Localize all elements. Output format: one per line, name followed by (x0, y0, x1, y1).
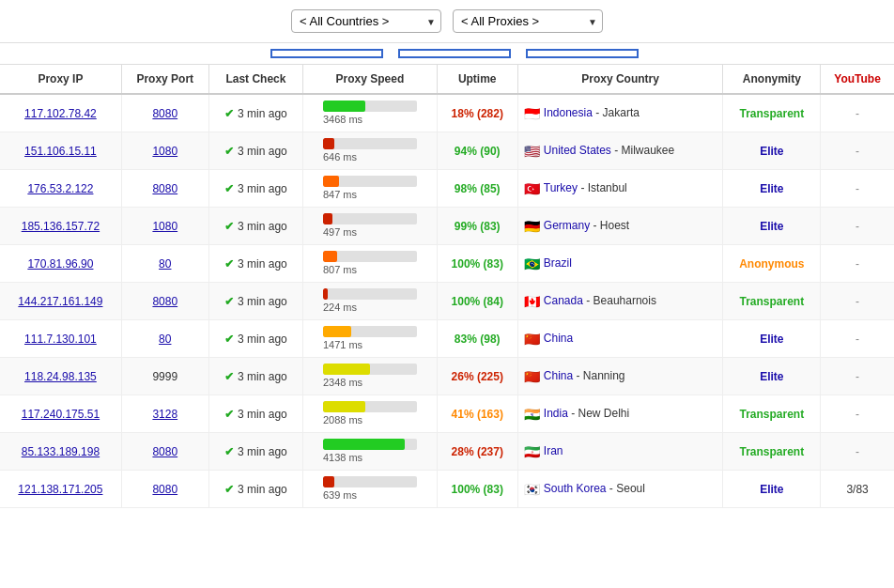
country-flag: 🇨🇳 (524, 332, 540, 347)
speed-bar-container: 2348 ms (323, 364, 417, 389)
check-time: 3 min ago (238, 445, 287, 458)
country-cell: 🇨🇳China - Nanning (517, 358, 723, 395)
ad-link-lan-network[interactable] (398, 49, 511, 58)
youtube-cell: 3/83 (821, 471, 894, 508)
speed-bar-track (323, 101, 417, 112)
col-header-proxy-port: Proxy Port (121, 65, 208, 94)
speed-bar-container: 4138 ms (323, 439, 417, 464)
speed-cell: 3468 ms (303, 94, 437, 132)
country-link[interactable]: South Korea (544, 482, 607, 495)
uptime-value: 99% (83) (455, 220, 501, 233)
proxy-ip-link[interactable]: 117.240.175.51 (22, 408, 100, 421)
countries-dropdown-wrapper[interactable]: < All Countries > ▼ (291, 9, 441, 33)
uptime-value: 18% (282) (452, 107, 503, 120)
table-row: 117.102.78.428080✔3 min ago 3468 ms 18% … (0, 94, 894, 132)
anonymity-value: Elite (760, 145, 783, 158)
proxy-port-link[interactable]: 1080 (152, 220, 177, 233)
youtube-cell: - (821, 245, 894, 283)
youtube-cell: - (821, 433, 894, 471)
country-link[interactable]: China (544, 369, 573, 382)
proxy-ip-link[interactable]: 151.106.15.11 (24, 145, 97, 158)
uptime-value: 26% (225) (452, 370, 503, 383)
country-link[interactable]: China (544, 332, 573, 345)
proxy-port-link[interactable]: 80 (159, 333, 171, 346)
youtube-cell: - (821, 170, 894, 208)
city-text: Jakarta (603, 106, 640, 119)
youtube-value: - (855, 445, 859, 458)
speed-bar-container: 2088 ms (323, 401, 417, 426)
uptime-value: 100% (84) (452, 295, 503, 308)
ad-link-open-proxy[interactable] (270, 49, 383, 58)
country-cell: 🇮🇩Indonesia - Jakarta (517, 94, 723, 132)
uptime-cell: 100% (83) (437, 245, 517, 283)
anonymity-cell: Elite (723, 320, 821, 358)
speed-ms: 2348 ms (323, 377, 362, 388)
youtube-value: - (855, 333, 859, 346)
proxy-port-cell: 1080 (121, 208, 208, 245)
table-row: 121.138.171.2058080✔3 min ago 639 ms 100… (0, 471, 894, 508)
col-header-proxy-country: Proxy Country (517, 65, 723, 94)
speed-bar-track (323, 138, 417, 149)
country-cell: 🇰🇷South Korea - Seoul (517, 471, 723, 508)
last-check-cell: ✔3 min ago (208, 358, 302, 395)
proxy-port-link[interactable]: 80 (159, 257, 171, 271)
col-header-proxy-ip: Proxy IP (0, 65, 121, 94)
ad-link-all-ip[interactable] (526, 49, 639, 58)
proxy-port-link[interactable]: 8080 (152, 483, 177, 496)
speed-cell: 807 ms (303, 245, 437, 283)
country-link[interactable]: Turkey (544, 181, 578, 194)
country-link[interactable]: India (544, 407, 568, 420)
proxy-ip-link[interactable]: 121.138.171.205 (18, 483, 102, 496)
check-time: 3 min ago (238, 220, 287, 233)
city-text: New Delhi (578, 407, 630, 420)
proxy-port-cell: 3128 (121, 395, 208, 433)
anonymity-value: Transparent (739, 107, 804, 120)
proxies-dropdown[interactable]: < All Proxies > (453, 9, 603, 33)
country-link[interactable]: United States (544, 144, 611, 157)
country-link[interactable]: Canada (544, 294, 583, 307)
proxy-port-link[interactable]: 3128 (152, 408, 177, 421)
country-link[interactable]: Brazil (544, 256, 572, 270)
proxy-port-link[interactable]: 8080 (152, 295, 177, 308)
last-check-cell: ✔3 min ago (208, 170, 302, 208)
uptime-cell: 98% (85) (437, 170, 517, 208)
speed-ms: 847 ms (323, 189, 357, 200)
countries-dropdown[interactable]: < All Countries > (291, 9, 441, 33)
proxy-port-cell: 8080 (121, 283, 208, 320)
proxy-port-link[interactable]: 8080 (152, 445, 177, 458)
proxy-ip-link[interactable]: 117.102.78.42 (24, 107, 97, 120)
proxy-port-link[interactable]: 1080 (152, 145, 177, 158)
last-check-cell: ✔3 min ago (208, 208, 302, 245)
proxy-ip-link[interactable]: 85.133.189.198 (22, 445, 100, 458)
country-flag: 🇩🇪 (524, 219, 540, 234)
last-check-cell: ✔3 min ago (208, 132, 302, 170)
proxies-dropdown-wrapper[interactable]: < All Proxies > ▼ (453, 9, 603, 33)
country-cell: 🇧🇷Brazil (517, 245, 723, 283)
country-link[interactable]: Germany (544, 219, 590, 232)
check-time: 3 min ago (238, 182, 287, 195)
speed-bar-track (323, 439, 417, 450)
proxy-ip-link[interactable]: 144.217.161.149 (18, 295, 102, 308)
speed-cell: 646 ms (303, 132, 437, 170)
proxy-ip-link[interactable]: 118.24.98.135 (24, 370, 97, 383)
speed-ms: 807 ms (323, 264, 357, 275)
proxy-ip-link[interactable]: 111.7.130.101 (24, 333, 97, 346)
speed-bar-fill (323, 213, 332, 224)
country-link[interactable]: Iran (544, 444, 563, 457)
proxy-ip-link[interactable]: 185.136.157.72 (22, 220, 100, 233)
country-cell: 🇨🇦Canada - Beauharnois (517, 283, 723, 320)
proxy-port-link[interactable]: 8080 (152, 182, 177, 195)
col-header-last-check: Last Check (208, 65, 302, 94)
country-link[interactable]: Indonesia (544, 106, 593, 119)
check-mark: ✔ (224, 370, 234, 383)
col-header-youtube: YouTube (821, 65, 894, 94)
proxy-ip-link[interactable]: 170.81.96.90 (27, 257, 93, 271)
speed-cell: 4138 ms (303, 433, 437, 471)
proxy-port-link[interactable]: 8080 (152, 107, 177, 120)
anonymity-value: Anonymous (739, 257, 804, 271)
country-cell: 🇮🇳India - New Delhi (517, 395, 723, 433)
anonymity-value: Elite (760, 483, 783, 496)
speed-bar-container: 807 ms (323, 251, 417, 276)
check-time: 3 min ago (238, 295, 287, 308)
proxy-ip-link[interactable]: 176.53.2.122 (27, 182, 93, 195)
